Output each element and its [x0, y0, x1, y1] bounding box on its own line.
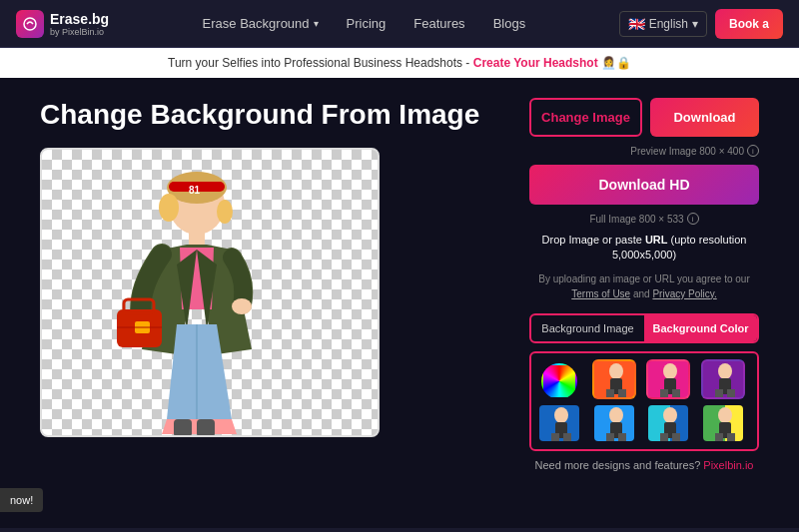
- full-image-info: Full Image 799 × 532 i: [529, 213, 759, 225]
- pixelbin-link[interactable]: Pixelbin.io: [703, 459, 753, 471]
- preview-label: Preview Image 800 × 400: [630, 146, 744, 157]
- color-swatches-grid: [529, 351, 759, 451]
- url-label: URL: [645, 234, 668, 246]
- svg-rect-20: [606, 389, 614, 399]
- notification-bar: now!: [0, 488, 43, 512]
- svg-point-44: [663, 407, 677, 423]
- nav-erase-background[interactable]: Erase Background: [193, 10, 329, 37]
- nav-blogs[interactable]: Blogs: [483, 10, 536, 37]
- svg-point-5: [159, 194, 179, 222]
- nav-features[interactable]: Features: [403, 10, 474, 37]
- swatch-dark-blue[interactable]: [537, 403, 581, 443]
- svg-rect-53: [727, 433, 735, 443]
- swatch-green[interactable]: [701, 403, 745, 443]
- svg-rect-36: [563, 433, 571, 443]
- svg-point-6: [217, 200, 233, 224]
- change-image-button[interactable]: Change Image: [529, 98, 642, 137]
- svg-rect-40: [606, 433, 614, 443]
- nav-links: Erase Background Pricing Features Blogs: [193, 10, 536, 37]
- color-wheel[interactable]: [541, 363, 577, 399]
- tab-bg-image[interactable]: Background Image: [531, 315, 644, 341]
- fashion-figure-svg: 81: [42, 150, 380, 437]
- drop-text-1: Drop Image or paste: [542, 234, 642, 246]
- swatch-purple[interactable]: [701, 359, 745, 399]
- promo-banner: Turn your Selfies into Professional Busi…: [0, 48, 799, 78]
- banner-link[interactable]: Create Your Headshot: [473, 56, 598, 70]
- main-content: Change Background From Image 81: [0, 78, 799, 528]
- svg-rect-21: [618, 389, 626, 399]
- logo-icon: [16, 10, 44, 38]
- swatch-orange[interactable]: [592, 359, 636, 399]
- chevron-down-icon: ▾: [692, 17, 698, 31]
- page-title: Change Background From Image: [40, 98, 499, 132]
- full-image-label: Full Image 799 × 532: [589, 214, 683, 225]
- svg-point-50: [718, 407, 732, 423]
- svg-rect-35: [551, 433, 559, 443]
- left-section: Change Background From Image 81: [40, 98, 499, 437]
- image-canvas: 81: [40, 148, 380, 437]
- svg-point-23: [663, 363, 677, 379]
- terms-link[interactable]: Terms of Use: [571, 288, 630, 299]
- book-button[interactable]: Book a: [715, 9, 783, 39]
- logo[interactable]: Erase.bg by PixelBin.io: [16, 10, 109, 38]
- svg-rect-26: [672, 389, 680, 399]
- svg-rect-15: [174, 419, 192, 437]
- and-text: and: [633, 288, 650, 299]
- nav-pricing[interactable]: Pricing: [337, 10, 397, 37]
- color-picker-swatch[interactable]: [537, 359, 581, 399]
- navbar: Erase.bg by PixelBin.io Erase Background…: [0, 0, 799, 48]
- terms-text: By uploading an image or URL you agree t…: [538, 273, 749, 284]
- need-more-text: Need more designs and features?: [535, 459, 701, 471]
- preview-info: Preview Image 800 × 400 i: [529, 145, 759, 157]
- nav-right: 🇬🇧 English ▾ Book a: [619, 9, 783, 39]
- svg-point-14: [232, 298, 252, 314]
- tab-bg-color[interactable]: Background Color: [644, 315, 757, 341]
- download-hd-button[interactable]: Download HD: [529, 165, 759, 205]
- info-icon: i: [747, 145, 759, 157]
- svg-point-28: [718, 363, 732, 379]
- svg-point-0: [24, 18, 36, 30]
- drop-info: Drop Image or paste URL (upto resolution…: [529, 233, 759, 264]
- logo-sub: by PixelBin.io: [50, 27, 109, 37]
- svg-point-18: [609, 363, 623, 379]
- right-panel: Change Image Download Preview Image 800 …: [529, 98, 759, 471]
- terms-info: By uploading an image or URL you agree t…: [529, 271, 759, 301]
- swatch-pink[interactable]: [646, 359, 690, 399]
- privacy-link[interactable]: Privacy Policy.: [652, 288, 716, 299]
- svg-point-33: [554, 407, 568, 423]
- flag-icon: 🇬🇧: [628, 16, 645, 32]
- background-tabs: Background Image Background Color: [529, 313, 759, 343]
- svg-rect-41: [618, 433, 626, 443]
- svg-rect-16: [197, 419, 215, 437]
- lang-label: English: [649, 17, 688, 31]
- svg-rect-30: [715, 389, 723, 399]
- action-buttons: Change Image Download: [529, 98, 759, 137]
- svg-rect-31: [727, 389, 735, 399]
- logo-name: Erase.bg: [50, 11, 109, 27]
- banner-icons: 👩‍💼🔒: [601, 56, 631, 70]
- svg-rect-25: [660, 389, 668, 399]
- full-info-icon: i: [687, 213, 699, 225]
- language-selector[interactable]: 🇬🇧 English ▾: [619, 11, 707, 37]
- swatch-light-blue[interactable]: [592, 403, 636, 443]
- swatch-cyan[interactable]: [646, 403, 690, 443]
- svg-rect-46: [660, 433, 668, 443]
- download-button[interactable]: Download: [650, 98, 759, 137]
- svg-rect-52: [715, 433, 723, 443]
- svg-text:81: 81: [189, 185, 201, 196]
- svg-point-38: [609, 407, 623, 423]
- svg-rect-47: [672, 433, 680, 443]
- banner-text: Turn your Selfies into Professional Busi…: [168, 56, 469, 70]
- notification-text: now!: [10, 494, 33, 506]
- need-more: Need more designs and features? Pixelbin…: [529, 459, 759, 471]
